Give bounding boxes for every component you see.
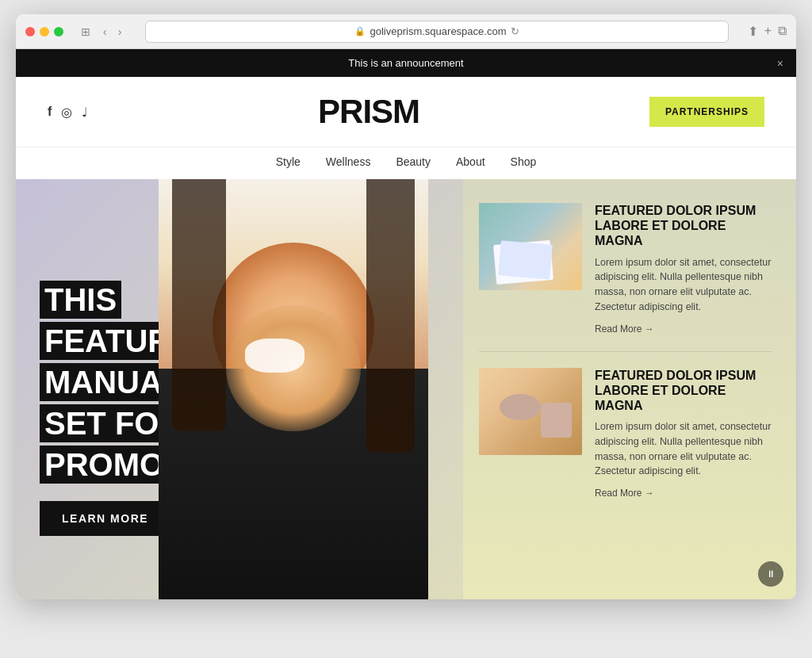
share-button[interactable]: ⬆ — [748, 24, 758, 39]
article-excerpt-2: Lorem ipsum dolor sit amet, consectetur … — [595, 419, 772, 479]
back-button[interactable]: ‹ — [98, 24, 112, 40]
browser-nav-controls: ⊞ ‹ › — [76, 24, 126, 40]
facebook-icon[interactable]: f — [48, 105, 52, 119]
article-content-2: FEATURED DOLOR IPSUM LABORE ET DOLORE MA… — [595, 368, 772, 500]
site-navigation: Style Wellness Beauty About Shop — [16, 147, 796, 179]
sidebar-toggle-button[interactable]: ⊞ — [76, 24, 95, 40]
forward-button[interactable]: › — [113, 24, 127, 40]
browser-window: ⊞ ‹ › 🔒 goliveprism.squarespace.com ↻ ⬆ … — [16, 14, 796, 599]
minimize-window-button[interactable] — [40, 27, 49, 36]
read-more-link-2[interactable]: Read More → — [595, 488, 654, 499]
nav-item-wellness[interactable]: Wellness — [326, 155, 371, 168]
hero-section: THIS FEATURE IS MANUALLY SET FOR PROMOTI… — [16, 179, 796, 599]
article-excerpt-1: Lorem ipsum dolor sit amet, consectetur … — [595, 255, 772, 315]
partnerships-button[interactable]: PARTNERSHIPS — [649, 97, 764, 127]
nav-item-about[interactable]: About — [456, 155, 485, 168]
traffic-lights — [25, 27, 63, 36]
pause-icon: ⏸ — [766, 568, 776, 580]
maximize-window-button[interactable] — [54, 27, 63, 36]
hero-featured-image — [159, 179, 428, 599]
instagram-icon[interactable]: ◎ — [61, 105, 72, 120]
article-content-1: FEATURED DOLOR IPSUM LABORE ET DOLORE MA… — [595, 203, 772, 335]
tiktok-icon[interactable]: ♩ — [82, 105, 88, 120]
site-header: f ◎ ♩ PRISM PARTNERSHIPS — [16, 77, 796, 147]
featured-article-2: FEATURED DOLOR IPSUM LABORE ET DOLORE MA… — [479, 368, 772, 500]
article-title-2: FEATURED DOLOR IPSUM LABORE ET DOLORE MA… — [595, 368, 772, 414]
article-thumbnail-2 — [479, 368, 582, 455]
nav-item-beauty[interactable]: Beauty — [396, 155, 431, 168]
article-divider — [479, 351, 772, 352]
hero-cta-button[interactable]: LEARN MORE — [40, 501, 170, 536]
browser-action-buttons: ⬆ + ⧉ — [748, 24, 787, 39]
browser-titlebar: ⊞ ‹ › 🔒 goliveprism.squarespace.com ↻ ⬆ … — [16, 14, 796, 49]
read-more-link-1[interactable]: Read More → — [595, 323, 654, 335]
article-thumbnail-1 — [479, 203, 582, 290]
address-bar[interactable]: 🔒 goliveprism.squarespace.com ↻ — [145, 21, 728, 43]
article-title-1: FEATURED DOLOR IPSUM LABORE ET DOLORE MA… — [595, 203, 772, 249]
announcement-text: This is an announcement — [348, 57, 463, 69]
url-display: goliveprism.squarespace.com — [370, 25, 507, 37]
close-window-button[interactable] — [25, 27, 35, 36]
social-icons: f ◎ ♩ — [48, 105, 88, 120]
new-tab-button[interactable]: + — [764, 24, 772, 39]
nav-item-shop[interactable]: Shop — [511, 155, 537, 168]
featured-article-1: FEATURED DOLOR IPSUM LABORE ET DOLORE MA… — [479, 203, 772, 335]
announcement-close-button[interactable]: × — [777, 57, 783, 70]
hero-right-panel: FEATURED DOLOR IPSUM LABORE ET DOLORE MA… — [463, 179, 796, 599]
lock-icon: 🔒 — [354, 26, 366, 36]
site-logo: PRISM — [88, 93, 649, 131]
reload-icon[interactable]: ↻ — [511, 25, 519, 37]
announcement-bar: This is an announcement × — [16, 49, 796, 77]
tabs-button[interactable]: ⧉ — [778, 24, 787, 39]
nav-item-style[interactable]: Style — [276, 155, 301, 168]
pause-slideshow-button[interactable]: ⏸ — [758, 561, 783, 587]
